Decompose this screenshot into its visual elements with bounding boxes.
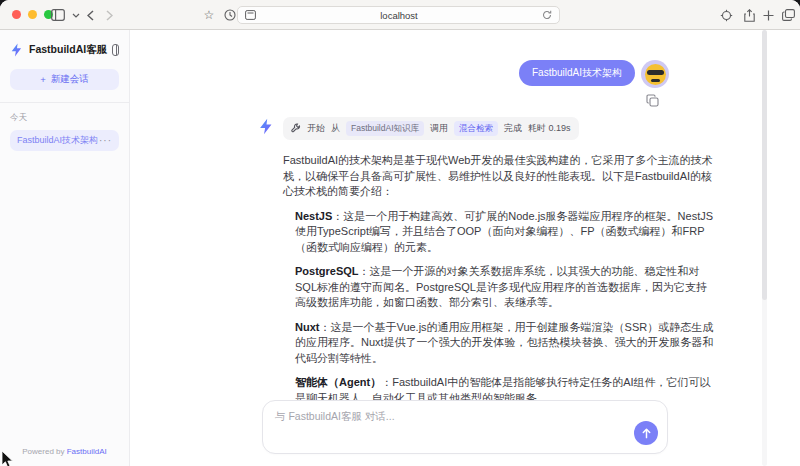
powered-by-brand-link[interactable]: FastbuildAI [67,447,107,456]
share-icon[interactable] [741,7,757,23]
close-window-button[interactable] [12,10,21,19]
message-actions-row [258,93,659,106]
term: 智能体（Agent） [295,376,381,388]
address-bar[interactable]: localhost [237,6,560,24]
app-logo-bolt-icon [10,43,24,57]
avatar-face [645,64,666,85]
reload-icon[interactable] [542,6,552,24]
tab-overview-icon[interactable] [780,7,796,23]
mouse-cursor [1,451,14,466]
chat-input-box[interactable] [262,400,668,454]
extensions-icon[interactable] [718,7,734,23]
term: NestJS [295,210,332,222]
history-clock-icon[interactable] [222,7,238,23]
new-tab-plus-icon[interactable] [760,7,776,23]
forward-button[interactable] [101,7,117,23]
sidebar: FastbuildAI客服 + 新建会话 今天 FastbuildAI技术架构 … [0,30,130,466]
sidebar-header: FastbuildAI客服 [10,42,119,57]
conversation-title: FastbuildAI技术架构 [17,134,99,147]
tech-item-agent: 智能体（Agent）：FastbuildAI中的智能体是指能够执行特定任务的AI… [283,375,715,400]
assistant-message-content: 开始 从 FastbuildAI知识库 调用 混合检索 完成 耗时 0.19s … [283,117,715,400]
back-button[interactable] [82,7,98,23]
chat-message-area: FastbuildAI技术架构 [130,30,800,400]
desc: ：这是一个基于Vue.js的通用应用框架，用于创建服务端渲染（SSR）或静态生成… [295,321,714,364]
term: Nuxt [295,321,319,333]
assistant-markdown: FastbuildAI的技术架构是基于现代Web开发的最佳实践构建的，它采用了多… [283,153,715,400]
user-avatar [641,60,669,88]
chat-main: FastbuildAI技术架构 [130,30,800,466]
browser-chrome: ☆ localhost [0,0,800,30]
intro-paragraph: FastbuildAI的技术架构是基于现代Web开发的最佳实践构建的，它采用了多… [283,153,715,200]
new-chat-label: 新建会话 [51,73,89,86]
scrollbar-thumb[interactable] [762,30,767,300]
status-done: 完成 [504,122,522,135]
chat-input[interactable] [263,401,667,453]
tech-item-nuxt: Nuxt：这是一个基于Vue.js的通用应用框架，用于创建服务端渲染（SSR）或… [283,320,715,367]
powered-by-footer: Powered by FastbuildAI [10,447,119,458]
tech-item-nestjs: NestJS：这是一个用于构建高效、可扩展的Node.js服务器端应用程序的框架… [283,209,715,256]
new-chat-button[interactable]: + 新建会话 [10,69,119,90]
plus-icon: + [40,74,46,85]
user-message-bubble: FastbuildAI技术架构 [519,60,635,86]
copy-icon[interactable] [646,93,659,106]
powered-by-text: Powered by [22,447,66,456]
wrench-icon [291,123,301,135]
url-text[interactable]: localhost [256,10,542,21]
reader-page-icon[interactable] [245,6,256,24]
minimize-window-button[interactable] [28,10,37,19]
hybrid-search-tag: 混合检索 [454,121,498,136]
status-from: 从 [331,122,340,135]
browser-sidebar-icon[interactable] [50,7,66,23]
sidebar-divider [0,102,129,103]
tool-status-pill[interactable]: 开始 从 FastbuildAI知识库 调用 混合检索 完成 耗时 0.19s [283,117,579,140]
app-title: FastbuildAI客服 [29,43,107,57]
user-message-row: FastbuildAI技术架构 [258,60,669,88]
send-button[interactable] [634,421,658,445]
desc: ：这是一个用于构建高效、可扩展的Node.js服务器端应用程序的框架。NestJ… [295,210,713,253]
status-invoke: 调用 [430,122,448,135]
conversation-list-item[interactable]: FastbuildAI技术架构 ··· [10,130,119,151]
bookmark-star-icon[interactable]: ☆ [201,7,217,23]
knowledge-base-tag: FastbuildAI知识库 [346,121,424,136]
sidebar-collapse-icon[interactable] [112,44,119,56]
status-start: 开始 [307,122,325,135]
assistant-avatar-bolt-icon [258,118,275,135]
browser-window: ☆ localhost [0,0,800,466]
sidebar-section-today: 今天 [10,112,119,124]
term: PostgreSQL [295,265,359,277]
chat-input-area [130,400,800,466]
chat-scrollbar[interactable] [762,30,767,466]
status-elapsed: 耗时 0.19s [528,122,571,135]
traffic-lights [12,10,53,19]
tech-item-postgresql: PostgreSQL：这是一个开源的对象关系数据库系统，以其强大的功能、稳定性和… [283,264,715,311]
app-root: FastbuildAI客服 + 新建会话 今天 FastbuildAI技术架构 … [0,30,800,466]
assistant-message-row: 开始 从 FastbuildAI知识库 调用 混合检索 完成 耗时 0.19s … [258,117,715,400]
